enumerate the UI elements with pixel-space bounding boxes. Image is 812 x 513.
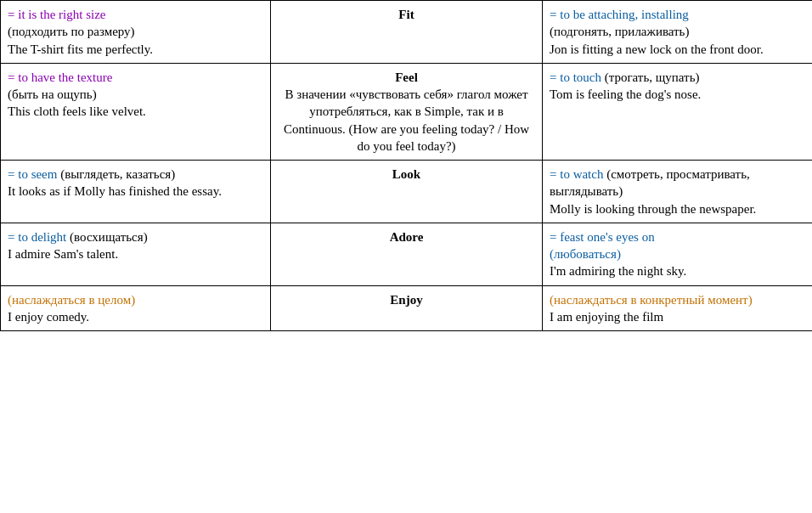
table-row: = to delight (восхищаться) I admire Sam'… — [1, 223, 813, 285]
fit-header: Fit — [398, 8, 414, 21]
feel-col3: = to touch (трогать, щупать) Tom is feel… — [543, 63, 813, 160]
fit-col3-meaning: = to be attaching, installing — [550, 8, 689, 21]
adore-col3: = feast one's eyes on(любоваться) I'm ad… — [543, 223, 813, 285]
fit-col3-russian: (подгонять, прилаживать) — [550, 25, 689, 38]
fit-col2: Fit — [271, 1, 543, 64]
adore-col3-example: I'm admiring the night sky. — [550, 264, 686, 278]
enjoy-col3-meaning: (наслаждаться в конкретный момент) — [550, 293, 753, 307]
fit-col3: = to be attaching, installing (подгонять… — [543, 1, 813, 64]
feel-col1-russian: (быть на ощупь) — [8, 87, 97, 101]
adore-col1-meaning: = to delight — [8, 230, 66, 244]
feel-col1-example: This cloth feels like velvet. — [8, 104, 146, 118]
look-col1-russian: (выглядеть, казаться) — [57, 167, 175, 181]
adore-col2: Adore — [271, 223, 543, 285]
enjoy-col1: (наслаждаться в целом) I enjoy comedy. — [1, 285, 271, 331]
fit-col1-russian: (подходить по размеру) — [8, 25, 135, 38]
feel-header: Feel — [395, 70, 418, 84]
look-col3-example: Molly is looking through the newspaper. — [550, 202, 756, 216]
look-col2: Look — [271, 161, 543, 223]
look-col3: = to watch (смотреть, просматривать, выг… — [543, 161, 813, 223]
adore-col3-meaning: = feast one's eyes on(любоваться) — [550, 230, 655, 261]
feel-col1: = to have the texture (быть на ощупь) Th… — [1, 63, 271, 160]
feel-col3-meaning: = to touch — [550, 70, 601, 84]
feel-col3-russian: (трогать, щупать) — [601, 70, 700, 84]
enjoy-col1-example: I enjoy comedy. — [8, 310, 89, 324]
enjoy-col3-example: I am enjoying the film — [550, 310, 663, 324]
table-row: (наслаждаться в целом) I enjoy comedy. E… — [1, 285, 813, 331]
enjoy-col2: Enjoy — [271, 285, 543, 331]
look-col1: = to seem (выглядеть, казаться) It looks… — [1, 161, 271, 223]
fit-col1: = it is the right size (подходить по раз… — [1, 1, 271, 64]
adore-col1-russian: (восхищаться) — [66, 230, 147, 244]
table-row: = to seem (выглядеть, казаться) It looks… — [1, 161, 813, 223]
look-col1-example: It looks as if Molly has finished the es… — [8, 184, 222, 198]
enjoy-col1-meaning: (наслаждаться в целом) — [8, 293, 135, 307]
look-header: Look — [392, 167, 420, 181]
main-table: = it is the right size (подходить по раз… — [0, 0, 812, 331]
fit-col1-meaning: = it is the right size — [8, 8, 106, 21]
enjoy-header: Enjoy — [390, 293, 422, 307]
feel-col2: Feel В значении «чувствовать себя» глаго… — [271, 63, 543, 160]
feel-col3-example: Tom is feeling the dog's nose. — [550, 87, 701, 101]
feel-note: В значении «чувствовать себя» глагол мож… — [284, 87, 529, 153]
table-row: = to have the texture (быть на ощупь) Th… — [1, 63, 813, 160]
feel-col1-meaning: = to have the texture — [8, 70, 112, 84]
adore-col1-example: I admire Sam's talent. — [8, 247, 118, 261]
table-row: = it is the right size (подходить по раз… — [1, 1, 813, 64]
look-col1-meaning: = to seem — [8, 167, 57, 181]
fit-col1-example: The T-shirt fits me perfectly. — [8, 42, 153, 56]
fit-col3-example: Jon is fitting a new lock on the front d… — [550, 42, 764, 56]
adore-col1: = to delight (восхищаться) I admire Sam'… — [1, 223, 271, 285]
enjoy-col3: (наслаждаться в конкретный момент) I am … — [543, 285, 813, 331]
look-col3-meaning: = to watch — [550, 167, 603, 181]
adore-header: Adore — [390, 230, 424, 244]
